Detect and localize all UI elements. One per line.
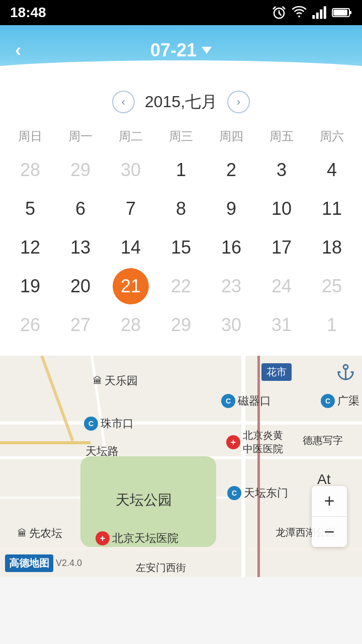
svg-rect-4	[320, 10, 322, 19]
poi-tiantan-east: C 天坛东门	[227, 486, 288, 501]
gaode-version: V2.4.0	[56, 558, 82, 569]
day-headers: 周日周一周二周三周四周五周六	[5, 123, 357, 149]
day-cell-1[interactable]: 1	[307, 309, 357, 341]
day-cell-12[interactable]: 12	[5, 232, 55, 263]
road-horizontal-1	[0, 421, 362, 425]
day-cell-8[interactable]: 8	[156, 193, 206, 224]
svg-point-9	[343, 365, 348, 369]
back-button[interactable]: ‹	[15, 40, 21, 61]
poi-ciqikou: C 磁器口	[221, 393, 271, 409]
header-title[interactable]: 07-21	[150, 40, 212, 61]
day-cell-13[interactable]: 13	[55, 232, 106, 263]
svg-rect-7	[349, 11, 351, 14]
svg-rect-8	[333, 10, 347, 16]
day-header-周四: 周四	[206, 123, 256, 149]
day-header-周五: 周五	[256, 123, 307, 149]
day-cell-16[interactable]: 16	[206, 232, 256, 263]
status-icons	[272, 5, 352, 20]
day-cell-1[interactable]: 1	[156, 154, 206, 186]
poi-guangqu: C 广渠	[321, 393, 359, 409]
prev-month-button[interactable]: ‹	[112, 91, 135, 113]
road-vertical-1	[241, 356, 245, 577]
day-header-周日: 周日	[5, 123, 55, 149]
day-cell-24[interactable]: 24	[256, 271, 307, 302]
calendar-grid: 周日周一周二周三周四周五周六 2829301234567891011121314…	[5, 123, 357, 341]
day-cell-10[interactable]: 10	[256, 193, 307, 224]
signal-icon	[312, 5, 327, 20]
day-cell-2[interactable]: 2	[206, 154, 256, 186]
svg-rect-2	[312, 15, 315, 19]
poi-tiantan-hospital: + 北京天坛医院	[96, 531, 178, 546]
day-cell-21[interactable]: 21	[106, 271, 156, 302]
day-cell-19[interactable]: 19	[5, 271, 55, 302]
day-cell-15[interactable]: 15	[156, 232, 206, 263]
calendar-section: ‹ 2015,七月 › 周日周一周二周三周四周五周六 2829301234567…	[0, 75, 362, 356]
calendar-nav: ‹ 2015,七月 ›	[5, 91, 357, 113]
svg-rect-5	[324, 7, 326, 19]
day-cell-11[interactable]: 11	[307, 193, 357, 224]
next-month-button[interactable]: ›	[227, 91, 250, 113]
header: ‹ 07-21	[0, 25, 362, 75]
day-cell-29[interactable]: 29	[156, 309, 206, 341]
poi-xiannongtan: 🏛 先农坛	[18, 526, 62, 541]
label-dehuixiezi: 德惠写字	[303, 434, 343, 447]
day-cell-4[interactable]: 4	[307, 154, 357, 186]
time-label: 18:48	[10, 5, 46, 21]
road-vertical-2	[257, 356, 260, 577]
gaode-logo: 高德地图	[5, 554, 53, 572]
dropdown-arrow-icon	[202, 47, 212, 54]
svg-point-1	[298, 16, 300, 18]
day-cell-22[interactable]: 22	[156, 271, 206, 302]
gaode-watermark: 高德地图 V2.4.0	[5, 554, 82, 572]
road-horizontal-3	[0, 547, 362, 550]
poi-hospital-yanhuang: + 北京炎黄中医医院	[226, 429, 283, 456]
day-header-周二: 周二	[106, 123, 156, 149]
month-title: 2015,七月	[145, 91, 217, 113]
yellow-road-1	[0, 441, 90, 444]
poi-zhushikou: C 珠市口	[84, 416, 134, 431]
label-at: At	[317, 471, 330, 488]
day-header-周一: 周一	[55, 123, 106, 149]
map-section: 花市 🏛 天乐园 C 磁器口 C 广渠 C 珠市口 + 北京炎黄中医医院 德惠写…	[0, 356, 362, 577]
day-cell-23[interactable]: 23	[206, 271, 256, 302]
svg-rect-3	[316, 13, 319, 19]
zoom-controls: + −	[312, 486, 347, 547]
day-cell-14[interactable]: 14	[106, 232, 156, 263]
label-tiantan-park: 天坛公园	[116, 491, 172, 510]
day-header-周三: 周三	[156, 123, 206, 149]
day-cell-30[interactable]: 30	[206, 309, 256, 341]
label-zuoanmen: 左安门西街	[136, 561, 186, 575]
day-cell-18[interactable]: 18	[307, 232, 357, 263]
day-cell-7[interactable]: 7	[106, 193, 156, 224]
map-box-huashi: 花市	[261, 363, 292, 381]
day-header-周六: 周六	[307, 123, 357, 149]
alarm-icon	[272, 5, 287, 20]
wifi-icon	[292, 5, 307, 20]
day-cell-28[interactable]: 28	[106, 309, 156, 341]
days-grid: 2829301234567891011121314151617181920212…	[5, 154, 357, 341]
day-cell-5[interactable]: 5	[5, 193, 55, 224]
zoom-out-button[interactable]: −	[312, 517, 347, 547]
day-cell-30[interactable]: 30	[106, 154, 156, 186]
poi-tianleyuan: 🏛 天乐园	[93, 373, 138, 388]
day-cell-17[interactable]: 17	[256, 232, 307, 263]
day-cell-3[interactable]: 3	[256, 154, 307, 186]
battery-icon	[332, 7, 352, 19]
zoom-in-button[interactable]: +	[312, 486, 347, 516]
day-cell-29[interactable]: 29	[55, 154, 106, 186]
day-cell-31[interactable]: 31	[256, 309, 307, 341]
status-bar: 18:48	[0, 0, 362, 25]
label-tiantan-road: 天坛路	[85, 444, 119, 459]
day-cell-9[interactable]: 9	[206, 193, 256, 224]
day-cell-27[interactable]: 27	[55, 309, 106, 341]
day-cell-25[interactable]: 25	[307, 271, 357, 302]
day-cell-28[interactable]: 28	[5, 154, 55, 186]
anchor-icon	[337, 363, 354, 383]
day-cell-6[interactable]: 6	[55, 193, 106, 224]
day-cell-20[interactable]: 20	[55, 271, 106, 302]
day-cell-26[interactable]: 26	[5, 309, 55, 341]
